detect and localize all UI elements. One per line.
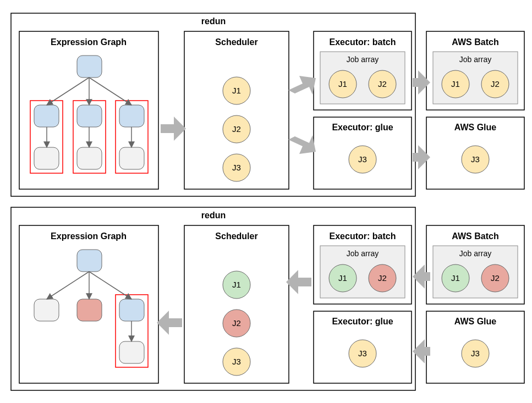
svg-line-6: [47, 272, 89, 299]
aws-batch-title-top: AWS Batch: [452, 37, 498, 47]
expr-top-gc2: [77, 147, 102, 169]
expr-bot-gc3: [119, 341, 144, 363]
sched-top-j1-label: J1: [232, 86, 241, 95]
exec-batch-top-j2-label: J2: [378, 79, 387, 89]
aws-batch-bot-j1-label: J1: [451, 273, 460, 283]
aws-batch-top-j2-label: J2: [491, 79, 500, 89]
exec-batch-title-bot: Executor: batch: [330, 231, 396, 241]
aws-batch-top-j1-label: J1: [451, 79, 460, 89]
sched-bot-j1-label: J1: [232, 280, 241, 289]
expr-title-top: Expression Graph: [51, 37, 127, 47]
expr-title-bot: Expression Graph: [51, 231, 127, 241]
expr-bot-child2: [77, 299, 102, 321]
exec-batch-top-j1-label: J1: [338, 79, 347, 89]
sched-title-bot: Scheduler: [215, 231, 257, 241]
aws-glue-top-j3-label: J3: [471, 154, 480, 164]
expr-top-child2: [77, 105, 102, 127]
exec-glue-title-bot: Executor: glue: [332, 317, 393, 326]
aws-glue-title-top: AWS Glue: [454, 123, 497, 132]
aws-glue-title-bot: AWS Glue: [454, 317, 497, 326]
expr-top-root-node: [77, 56, 102, 78]
aws-glue-bot-j3-label: J3: [471, 349, 480, 358]
exec-glue-bot-j3-label: J3: [358, 349, 367, 358]
expr-top-child1: [34, 105, 59, 127]
job-array-label-top-exec: Job array: [347, 55, 379, 64]
exec-glue-title-top: Executor: glue: [332, 123, 393, 132]
job-array-label-bot-aws: Job array: [459, 249, 491, 258]
sched-top-j2-label: J2: [232, 124, 241, 134]
aws-batch-title-bot: AWS Batch: [452, 231, 498, 241]
svg-line-8: [89, 272, 131, 299]
expr-bot-root-node: [77, 250, 102, 272]
exec-glue-top-j3-label: J3: [358, 154, 367, 164]
expr-bot-child1: [34, 299, 59, 321]
expr-top-gc1: [34, 147, 59, 169]
exec-batch-bot-j1-label: J1: [338, 273, 347, 283]
redun-label-bot: redun: [201, 211, 226, 220]
sched-top-j3-label: J3: [232, 163, 241, 172]
sched-bot-j3-label: J3: [232, 357, 241, 366]
sched-title-top: Scheduler: [215, 37, 257, 47]
aws-batch-bot-j2-label: J2: [491, 273, 500, 283]
redun-label-top: redun: [201, 16, 226, 26]
diagram-svg: redun Expression Graph Scheduler J1 J2 J…: [0, 0, 532, 403]
expr-top-child3: [119, 105, 144, 127]
expr-top-gc3: [119, 147, 144, 169]
sched-bot-j2-label: J2: [232, 318, 241, 328]
job-array-label-bot-exec: Job array: [347, 249, 379, 258]
job-array-label-top-aws: Job array: [459, 55, 491, 64]
expr-bot-child3: [119, 299, 144, 321]
exec-batch-bot-j2-label: J2: [378, 273, 387, 283]
exec-batch-title-top: Executor: batch: [330, 37, 396, 47]
